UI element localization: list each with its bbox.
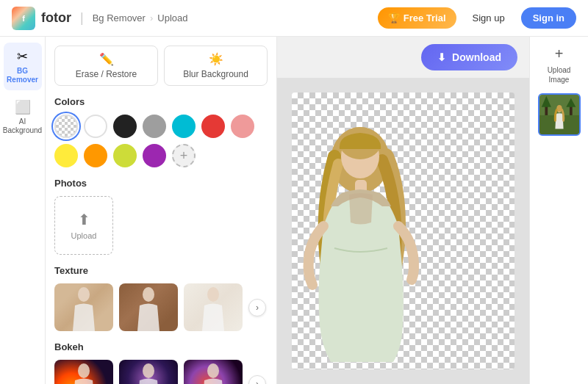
bokeh2-person-svg: [119, 360, 178, 384]
color-transparent[interactable]: [54, 115, 78, 138]
bg-remover-label: BGRemover: [7, 67, 38, 84]
upload-icon: ⬆: [78, 211, 90, 228]
sign-up-button[interactable]: Sign up: [465, 7, 512, 29]
photos-title: Photos: [54, 178, 268, 189]
blur-background-label: Blur Background: [183, 69, 248, 79]
color-yellow[interactable]: [54, 144, 78, 167]
bokeh-title: Bokeh: [54, 341, 268, 352]
colors-grid: +: [54, 115, 268, 167]
svg-point-0: [78, 287, 90, 302]
color-pink[interactable]: [231, 115, 254, 138]
pencil-icon: ✏️: [99, 52, 114, 66]
texture-title: Texture: [54, 265, 268, 276]
main-layout: ✂ BGRemover ⬜ AIBackground ✏️ Erase / Re…: [0, 37, 588, 384]
sun-icon: ☀️: [209, 52, 223, 66]
download-icon: ⬇: [437, 51, 446, 63]
thumbnail-preview: [539, 95, 579, 134]
image-thumbnail[interactable]: [538, 93, 581, 136]
svg-point-3: [78, 363, 90, 378]
sidebar-item-ai-background[interactable]: ⬜ AIBackground: [4, 93, 42, 141]
bokeh-preview-row: ›: [54, 360, 268, 384]
fotor-logo-icon: f: [12, 7, 35, 30]
download-button[interactable]: ⬇ Download: [421, 44, 517, 70]
texture3-person-svg: [184, 283, 243, 331]
texture1-person-svg: [54, 283, 113, 331]
download-label: Download: [452, 51, 501, 63]
ai-background-label: AIBackground: [3, 117, 42, 135]
free-trial-icon: 🏆: [388, 12, 400, 23]
texture-chevron-btn[interactable]: ›: [248, 299, 266, 316]
upload-label: Upload: [71, 231, 97, 240]
sidebar-item-bg-remover[interactable]: ✂ BGRemover: [4, 43, 42, 90]
canvas-content: [277, 78, 529, 384]
color-white[interactable]: [84, 115, 107, 138]
texture-thumb-2[interactable]: [119, 283, 178, 331]
texture-thumb-1[interactable]: [54, 283, 113, 331]
photos-section: Photos ⬆ Upload: [54, 178, 268, 255]
color-black[interactable]: [113, 115, 137, 138]
header-divider: |: [80, 10, 84, 26]
erase-restore-label: Erase / Restore: [76, 69, 137, 79]
color-add-button[interactable]: +: [172, 144, 196, 167]
subject-figure: [279, 120, 441, 362]
plus-icon: +: [555, 46, 564, 62]
scissors-icon: ✂: [17, 48, 28, 65]
tab-blur-background[interactable]: ☀️ Blur Background: [164, 46, 268, 86]
app-name-label: Bg Remover: [93, 12, 146, 23]
logo-text: fotor: [41, 10, 71, 26]
bokeh3-person-svg: [184, 360, 243, 384]
bokeh-section: Bokeh: [54, 341, 268, 384]
texture2-person-svg: [119, 283, 178, 331]
bokeh-thumb-3[interactable]: [184, 360, 243, 384]
ai-bg-icon: ⬜: [15, 99, 31, 115]
texture-section: Texture: [54, 265, 268, 331]
sign-in-button[interactable]: Sign in: [521, 7, 576, 29]
photo-upload-box[interactable]: ⬆ Upload: [54, 196, 113, 255]
texture-thumb-3[interactable]: [184, 283, 243, 331]
colors-section: Colors +: [54, 96, 268, 167]
upload-image-label: UploadImage: [548, 65, 571, 84]
color-orange[interactable]: [84, 144, 107, 167]
color-cyan[interactable]: [172, 115, 196, 138]
breadcrumb-item: Upload: [157, 12, 187, 23]
right-sidebar: + UploadImage: [529, 37, 588, 384]
svg-point-2: [207, 287, 219, 302]
color-gray[interactable]: [143, 115, 166, 138]
svg-point-17: [556, 105, 562, 112]
breadcrumb: Bg Remover › Upload: [93, 12, 188, 23]
free-trial-label: Free Trial: [404, 12, 446, 23]
app-header: f fotor | Bg Remover › Upload 🏆 Free Tri…: [0, 0, 588, 37]
color-purple[interactable]: [143, 144, 166, 167]
upload-image-button[interactable]: + UploadImage: [548, 46, 571, 84]
svg-point-4: [143, 363, 154, 378]
bokeh-chevron-btn[interactable]: ›: [248, 375, 266, 385]
canvas-toolbar: ⬇ Download: [277, 37, 529, 78]
logo-area: f fotor: [12, 7, 71, 30]
thumbnail-svg: [539, 93, 579, 136]
woman-svg: [279, 120, 441, 369]
color-red[interactable]: [201, 115, 225, 138]
tab-erase-restore[interactable]: ✏️ Erase / Restore: [54, 46, 158, 86]
texture-preview-row: ›: [54, 283, 268, 331]
tool-sidebar: ✂ BGRemover ⬜ AIBackground: [0, 37, 46, 384]
options-panel: ✏️ Erase / Restore ☀️ Blur Background Co…: [46, 37, 277, 384]
bokeh1-person-svg: [54, 360, 113, 384]
free-trial-button[interactable]: 🏆 Free Trial: [378, 7, 456, 29]
bokeh-thumb-2[interactable]: [119, 360, 178, 384]
color-lime[interactable]: [113, 144, 137, 167]
svg-point-5: [207, 363, 219, 378]
canvas-area: ⬇ Download: [277, 37, 529, 384]
colors-title: Colors: [54, 96, 268, 107]
bokeh-thumb-1[interactable]: [54, 360, 113, 384]
tool-tabs: ✏️ Erase / Restore ☀️ Blur Background: [54, 46, 268, 86]
breadcrumb-separator: ›: [150, 12, 153, 23]
svg-point-1: [143, 287, 154, 302]
